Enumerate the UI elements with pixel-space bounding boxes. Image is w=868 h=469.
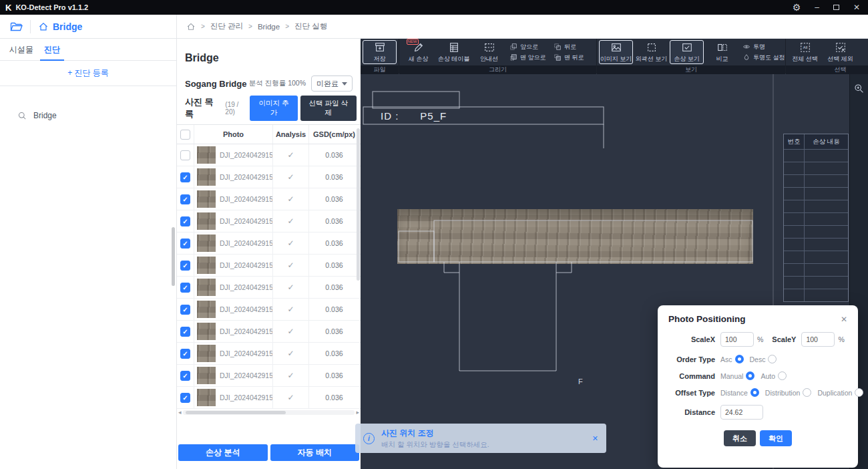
cancel-button[interactable]: 취소 <box>724 430 756 446</box>
photo-row[interactable]: ✓DJI_2024042915✓0.036 <box>177 387 361 409</box>
row-checkbox[interactable] <box>180 150 190 160</box>
scaley-input[interactable] <box>801 332 835 347</box>
radio-selected-icon[interactable] <box>750 388 759 397</box>
row-checkbox[interactable]: ✓ <box>180 371 190 381</box>
row-checkbox[interactable]: ✓ <box>180 305 190 315</box>
toolbar-button-save[interactable]: 저장 <box>363 40 397 64</box>
toolbar-button-guideline[interactable]: 안내선 <box>472 40 506 64</box>
toolbar-button-outline-view[interactable]: 외곽선 보기 <box>634 40 668 64</box>
photo-row[interactable]: ✓DJI_2024042915✓0.036 <box>177 365 361 387</box>
save-icon <box>374 41 386 53</box>
radio-option-auto[interactable]: Auto <box>761 371 787 380</box>
toolbar-button-opacity-settings[interactable]: 투명도 설정 <box>740 53 783 62</box>
row-checkbox[interactable]: ✓ <box>180 216 190 226</box>
damage-analysis-button[interactable]: 손상 분석 <box>178 444 268 461</box>
photo-name: DJI_2024042915 <box>220 261 272 269</box>
folder-icon[interactable] <box>9 20 23 33</box>
auto-place-button[interactable]: 자동 배치 <box>270 444 360 461</box>
toolbar-button-deselect[interactable]: 선택 제외 <box>823 40 857 64</box>
photo-thumbnail <box>197 212 216 230</box>
radio-option-duplication[interactable]: Duplication <box>817 388 863 397</box>
tab-facility[interactable]: 시설물 <box>4 39 39 60</box>
scroll-left-icon[interactable]: ◂ <box>178 410 182 416</box>
status-select[interactable]: 미완료 <box>311 75 353 92</box>
settings-gear-icon[interactable]: ⚙ <box>793 3 801 12</box>
add-image-button[interactable]: 이미지 추가 <box>250 96 297 121</box>
dialog-close-icon[interactable]: ✕ <box>841 315 847 324</box>
radio-option-distance[interactable]: Distance <box>720 388 759 397</box>
radio-selected-icon[interactable] <box>746 371 754 380</box>
row-checkbox[interactable]: ✓ <box>180 283 190 293</box>
row-checkbox[interactable]: ✓ <box>180 393 190 403</box>
close-button[interactable]: ✕ <box>853 3 860 11</box>
photo-row[interactable]: ✓DJI_2024042915✓0.036 <box>177 188 361 210</box>
select-all-checkbox[interactable] <box>180 130 190 140</box>
distance-input[interactable] <box>720 405 763 420</box>
vertical-scrollbar[interactable] <box>357 128 360 281</box>
bridge-photo[interactable] <box>397 209 753 264</box>
confirm-button[interactable]: 확인 <box>760 430 792 446</box>
toolbar-group: 저장파일 <box>361 39 399 73</box>
radio-option-desc[interactable]: Desc <box>750 355 777 363</box>
register-diagnosis-button[interactable]: + 진단 등록 <box>0 61 176 86</box>
photo-row[interactable]: ✓DJI_2024042915✓0.036 <box>177 210 361 232</box>
radio-option-manual[interactable]: Manual <box>720 371 754 380</box>
row-checkbox[interactable]: ✓ <box>180 194 190 204</box>
sidebar-scrollbar[interactable] <box>172 227 175 286</box>
photo-row[interactable]: ✓DJI_2024042915✓0.036 <box>177 277 361 299</box>
row-checkbox[interactable]: ✓ <box>180 239 190 249</box>
row-checkbox[interactable]: ✓ <box>180 349 190 359</box>
toolbar-button-image-view[interactable]: 이미지 보기 <box>599 40 633 64</box>
breadcrumb-item[interactable]: 진단 실행 <box>294 21 327 31</box>
row-checkbox[interactable]: ✓ <box>180 261 190 271</box>
radio-unselected-icon[interactable] <box>855 388 863 397</box>
toast-close-icon[interactable]: ✕ <box>592 434 598 443</box>
tab-diagnosis[interactable]: 진단 <box>39 39 65 60</box>
row-checkbox[interactable]: ✓ <box>180 172 190 182</box>
toolbar-button-new-damage[interactable]: NEW새 손상 <box>401 40 435 64</box>
row-checkbox[interactable]: ✓ <box>180 327 190 337</box>
maximize-button[interactable] <box>833 3 839 11</box>
radio-unselected-icon[interactable] <box>778 371 787 380</box>
toolbar-button-transparency[interactable]: 투명 <box>740 43 783 51</box>
breadcrumb-home-icon[interactable] <box>186 22 196 31</box>
photo-row[interactable]: DJI_2024042915✓0.036 <box>177 144 361 166</box>
toolbar-button-compare[interactable]: 비교 <box>705 40 739 64</box>
marker-label: F <box>578 377 583 385</box>
toolbar-button-delete[interactable]: 삭제 <box>859 40 868 64</box>
photo-row[interactable]: ✓DJI_2024042915✓0.036 <box>177 343 361 365</box>
scaley-label: ScaleY <box>772 335 796 343</box>
minimize-button[interactable]: – <box>815 3 819 11</box>
radio-option-asc[interactable]: Asc <box>720 355 744 363</box>
toolbar-button-select-all[interactable]: All전체 선택 <box>788 40 822 64</box>
horizontal-scrollbar[interactable]: ◂ ▸ <box>177 409 361 416</box>
toolbar-button-send-backward[interactable]: 뒤로 <box>552 43 594 51</box>
toolbar-button-bring-forward[interactable]: 앞으로 <box>507 43 550 51</box>
toolbar-button-label: 이미지 보기 <box>600 55 632 63</box>
toolbar-button-damage-table[interactable]: 손상 테이블 <box>437 40 471 64</box>
photo-thumbnail <box>197 257 216 274</box>
scrollbar-thumb[interactable] <box>186 411 286 414</box>
delete-selected-button[interactable]: 선택 파일 삭제 <box>300 96 357 121</box>
photo-row[interactable]: ✓DJI_2024042915✓0.036 <box>177 166 361 188</box>
photo-row[interactable]: ✓DJI_2024042915✓0.036 <box>177 321 361 343</box>
search-icon <box>17 111 27 120</box>
radio-selected-icon[interactable] <box>735 355 744 363</box>
scroll-right-icon[interactable]: ▸ <box>356 410 359 416</box>
zoom-in-icon[interactable] <box>853 83 865 94</box>
radio-option-distribution[interactable]: Distribution <box>765 388 812 397</box>
radio-unselected-icon[interactable] <box>768 355 777 363</box>
toolbar-button-send-to-back[interactable]: 맨 뒤로 <box>552 53 594 62</box>
photo-row[interactable]: ✓DJI_2024042915✓0.036 <box>177 232 361 255</box>
search-row[interactable]: Bridge <box>17 111 176 120</box>
photo-thumbnail <box>197 301 216 318</box>
radio-unselected-icon[interactable] <box>803 388 811 397</box>
toolbar-button-bring-to-front[interactable]: 맨 앞으로 <box>507 53 550 62</box>
scalex-input[interactable] <box>720 332 754 347</box>
breadcrumb-item[interactable]: Bridge <box>258 23 280 31</box>
photo-row[interactable]: ✓DJI_2024042915✓0.036 <box>177 255 361 277</box>
toolbar-button-damage-view[interactable]: 손상 보기 <box>670 40 704 64</box>
breadcrumb-item[interactable]: 진단 관리 <box>210 21 243 31</box>
scrollbar-track[interactable] <box>183 410 355 415</box>
photo-row[interactable]: ✓DJI_2024042915✓0.036 <box>177 299 361 321</box>
